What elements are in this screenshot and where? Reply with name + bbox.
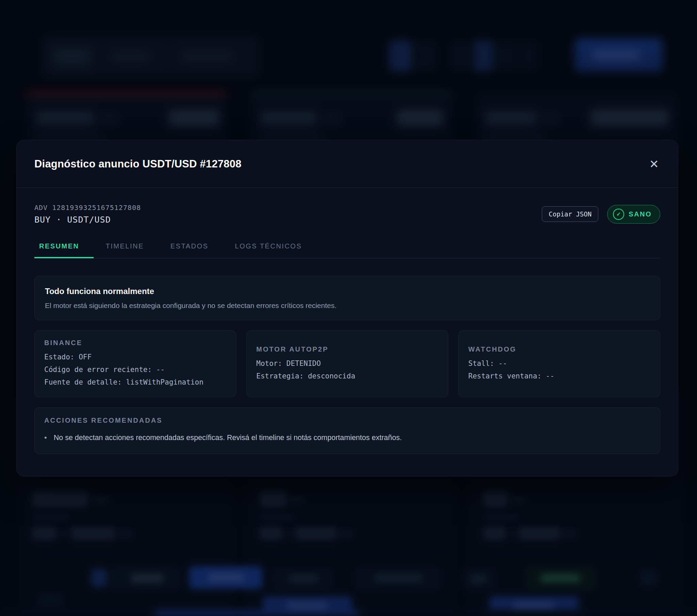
watchdog-card: WATCHDOG Stall: -- Restarts ventana: -- <box>458 331 660 397</box>
side-pair: BUY · USDT/USD <box>34 215 141 225</box>
motor-autop2p-card: MOTOR AUTOP2P Motor: DETENIDO Estrategia… <box>247 331 448 397</box>
diagnostic-modal: Diagnóstico anuncio USDT/USD #127808 ✕ A… <box>16 140 678 476</box>
bullet-icon <box>44 433 47 442</box>
binance-card-title: BINANCE <box>44 339 226 347</box>
meta-row: ADV 12819393251675127808 BUY · USDT/USD … <box>34 204 660 225</box>
motor-state: Motor: DETENIDO <box>256 357 438 370</box>
tab-timeline[interactable]: TIMELINE <box>101 242 158 258</box>
tab-estados[interactable]: ESTADOS <box>166 242 223 258</box>
info-card-grid: BINANCE Estado: OFF Código de error reci… <box>34 331 660 397</box>
health-status-label: SANO <box>628 210 652 218</box>
watchdog-card-title: WATCHDOG <box>468 346 650 353</box>
close-icon[interactable]: ✕ <box>645 156 663 173</box>
status-title: Todo funciona normalmente <box>45 287 650 296</box>
check-circle-icon: ✓ <box>613 209 624 220</box>
meta-actions: Copiar JSON ✓ SANO <box>542 205 660 224</box>
binance-estado: Estado: OFF <box>44 351 226 364</box>
adv-meta: ADV 12819393251675127808 BUY · USDT/USD <box>34 204 141 225</box>
tab-resumen[interactable]: RESUMEN <box>34 242 93 258</box>
status-summary-card: Todo funciona normalmente El motor está … <box>34 276 660 320</box>
copy-json-button[interactable]: Copiar JSON <box>542 206 598 222</box>
modal-title: Diagnóstico anuncio USDT/USD #127808 <box>34 158 241 170</box>
motor-card-title: MOTOR AUTOP2P <box>256 346 438 353</box>
status-description: El motor está siguiendo la estrategia co… <box>45 302 650 310</box>
app-root: { "icons": { "close_glyph": "✕", "check_… <box>0 0 697 616</box>
recommended-action-text: No se detectan acciones recomendadas esp… <box>54 434 402 442</box>
adv-id: ADV 12819393251675127808 <box>34 204 141 212</box>
modal-body: ADV 12819393251675127808 BUY · USDT/USD … <box>17 188 678 454</box>
health-status-badge: ✓ SANO <box>607 205 660 224</box>
binance-detail-source: Fuente de detalle: listWithPagination <box>44 376 226 388</box>
binance-error-code: Código de error reciente: -- <box>44 364 226 376</box>
watchdog-restarts: Restarts ventana: -- <box>468 370 650 383</box>
tab-logs-tecnicos[interactable]: LOGS TÉCNICOS <box>230 242 316 258</box>
modal-header: Diagnóstico anuncio USDT/USD #127808 ✕ <box>17 140 678 188</box>
recommended-actions-title: ACCIONES RECOMENDADAS <box>44 416 650 424</box>
binance-card: BINANCE Estado: OFF Código de error reci… <box>34 331 236 397</box>
modal-tabs: RESUMEN TIMELINE ESTADOS LOGS TÉCNICOS <box>34 242 660 258</box>
watchdog-stall: Stall: -- <box>468 357 650 370</box>
motor-strategy: Estrategia: desconocida <box>256 370 438 383</box>
recommended-actions-card: ACCIONES RECOMENDADAS No se detectan acc… <box>34 407 660 454</box>
recommended-action-item: No se detectan acciones recomendadas esp… <box>44 433 650 442</box>
